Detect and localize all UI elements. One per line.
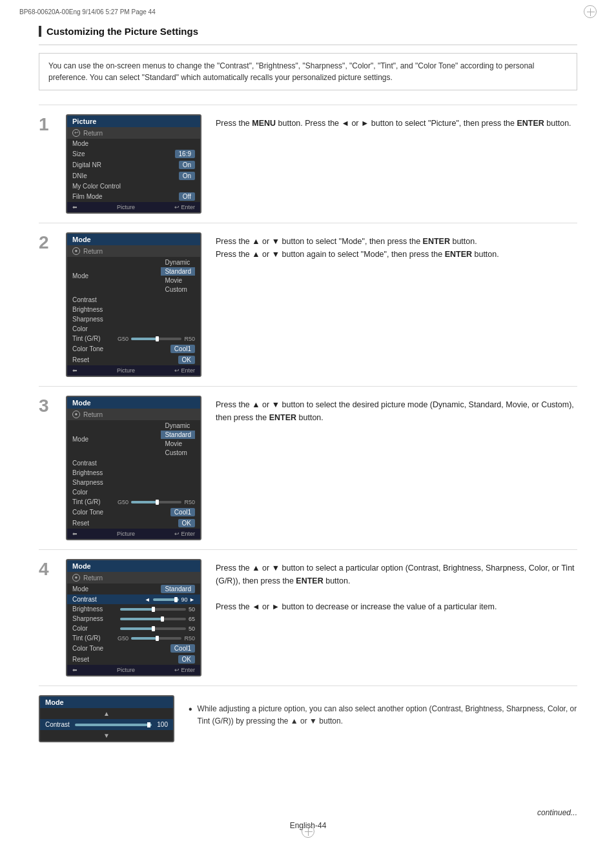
return-label: Return: [83, 130, 103, 137]
screen-3-return: ● Return: [67, 409, 200, 420]
screen-1-mycolor: My Color Control: [67, 181, 200, 191]
s2-mode-label: Mode: [72, 272, 88, 279]
screen-1-dnie: DNIe On: [67, 170, 200, 181]
s4-contrast: Contrast ◄ 90 ►: [67, 594, 200, 604]
tv-screen-3: Mode ● Return Mode Dynamic Standard Movi…: [66, 396, 201, 540]
screen-1-title: Picture: [67, 116, 200, 127]
screen-1-bottom: ⬅ Picture ↩ Enter: [67, 202, 200, 212]
screen-2-return: ● Return: [67, 245, 200, 257]
screen-1: Picture ↩ Return Mode Size 16:9 Digital …: [66, 114, 201, 214]
filmmode-value: Off: [179, 192, 195, 201]
s3-color: Color: [67, 487, 200, 497]
bottom-left-icon: ⬅: [72, 204, 77, 210]
note-text: While adjusting a picture option, you ca…: [198, 703, 577, 727]
screen-4: Mode ● Return Mode Standard Contrast ◄: [66, 559, 201, 676]
step-3-content: Mode ● Return Mode Dynamic Standard Movi…: [66, 396, 577, 540]
screen-3: Mode ● Return Mode Dynamic Standard Movi…: [66, 396, 201, 540]
s3-colortone: Color Tone Cool1: [67, 507, 200, 518]
s2-reset: Reset OK: [67, 354, 200, 365]
note-row: Mode ▲ Contrast 100 ▼ • While adjusting …: [39, 695, 577, 742]
bottom-crosshair: [302, 825, 314, 838]
s3-mode-movie: Movie: [161, 440, 195, 448]
tv-screen-small: Mode ▲ Contrast 100 ▼: [39, 695, 174, 742]
mode-dynamic: Dynamic: [161, 258, 195, 267]
s3-mode-row: Mode Dynamic Standard Movie Custom: [67, 420, 200, 458]
step-4-content: Mode ● Return Mode Standard Contrast ◄: [66, 559, 577, 676]
bottom-enter-label: ↩ Enter: [174, 204, 195, 210]
s2-colortone: Color Tone Cool1: [67, 343, 200, 354]
main-content: Customizing the Picture Settings You can…: [39, 26, 577, 742]
return-icon-4: ●: [72, 574, 80, 582]
small-arrow-down: ▼: [40, 730, 173, 741]
s3-reset: Reset OK: [67, 518, 200, 529]
s3-brightness: Brightness: [67, 468, 200, 478]
filmmode-label: Film Mode: [72, 193, 103, 200]
s4-colortone: Color Tone Cool1: [67, 643, 200, 654]
step-1-content: Picture ↩ Return Mode Size 16:9 Digital …: [66, 114, 577, 214]
return-icon-2: ●: [72, 247, 80, 255]
mode-movie: Movie: [161, 276, 195, 285]
small-screen-title: Mode: [40, 696, 173, 708]
screen-3-bottom: ⬅ Picture ↩ Enter: [67, 529, 200, 539]
step-divider-2: [39, 223, 577, 223]
step-3-text: Press the ▲ or ▼ button to select the de…: [216, 396, 577, 424]
step-3-number: 3: [39, 396, 59, 415]
mycolor-label: My Color Control: [72, 183, 121, 190]
step-1-text: Press the MENU button. Press the ◄ or ► …: [216, 114, 577, 130]
s3-mode-custom: Custom: [161, 449, 195, 457]
screen-4-bottom: ⬅ Picture ↩ Enter: [67, 665, 200, 675]
step-2-number: 2: [39, 232, 59, 252]
small-screen-area: Mode ▲ Contrast 100 ▼: [39, 695, 174, 742]
s4-tint: Tint (G/R) G50 R50: [67, 633, 200, 643]
s4-color: Color 50: [67, 624, 200, 633]
return-icon-3: ●: [72, 411, 80, 418]
step-divider-5: [39, 686, 577, 686]
tv-screen-1: Picture ↩ Return Mode Size 16:9 Digital …: [66, 114, 201, 214]
size-value: 16:9: [175, 150, 195, 158]
step-divider-4: [39, 549, 577, 550]
screen-1-mode: Mode: [67, 139, 200, 148]
footer-continued: continued...: [537, 808, 577, 817]
mode-standard: Standard: [161, 267, 195, 276]
screen-4-title: Mode: [67, 560, 200, 572]
s3-mode-standard: Standard: [161, 431, 195, 439]
step-divider-3: [39, 386, 577, 387]
bullet-note: • While adjusting a picture option, you …: [189, 703, 577, 727]
step-1-number: 1: [39, 114, 59, 134]
intro-box: You can use the on-screen menus to chang…: [39, 53, 577, 90]
tv-screen-4: Mode ● Return Mode Standard Contrast ◄: [66, 559, 201, 676]
bullet-dot: •: [189, 703, 192, 716]
intro-text: You can use the on-screen menus to chang…: [48, 61, 534, 82]
small-arrow-up: ▲: [40, 708, 173, 719]
mode-label: Mode: [72, 140, 88, 147]
header-text: BP68-00620A-00Eng 9/14/06 5:27 PM Page 4…: [19, 8, 156, 15]
small-contrast-row: Contrast 100: [40, 719, 173, 730]
section-title: Customizing the Picture Settings: [46, 26, 198, 37]
bottom-center-label: Picture: [117, 204, 135, 210]
screen-2-title: Mode: [67, 234, 200, 245]
screen-1-dnr: Digital NR On: [67, 159, 200, 170]
s2-mode-row: Mode Dynamic Standard Movie Custom: [67, 257, 200, 295]
s4-reset: Reset OK: [67, 654, 200, 665]
step-1: 1 Picture ↩ Return Mode Size 16:9: [39, 114, 577, 214]
step-4: 4 Mode ● Return Mode Standard Contra: [39, 559, 577, 676]
s4-brightness: Brightness 50: [67, 604, 200, 614]
s3-sharpness: Sharpness: [67, 478, 200, 487]
return-label-2: Return: [83, 248, 103, 255]
crosshair-icon: [584, 5, 597, 18]
screen-2-bottom: ⬅ Picture ↩ Enter: [67, 365, 200, 376]
s3-contrast: Contrast: [67, 458, 200, 468]
size-label: Size: [72, 150, 85, 157]
title-divider: [39, 45, 577, 45]
screen-1-return: ↩ Return: [67, 127, 200, 139]
step-4-number: 4: [39, 559, 59, 578]
s2-sharpness: Sharpness: [67, 314, 200, 324]
note-text-area: • While adjusting a picture option, you …: [189, 695, 577, 727]
step-2-text: Press the ▲ or ▼ button to select "Mode"…: [216, 232, 577, 261]
dnie-value: On: [179, 172, 195, 180]
dnie-label: DNIe: [72, 172, 87, 179]
screen-1-size: Size 16:9: [67, 148, 200, 159]
s2-color: Color: [67, 324, 200, 334]
s4-mode-row: Mode Standard: [67, 584, 200, 594]
dnr-value: On: [179, 161, 195, 169]
